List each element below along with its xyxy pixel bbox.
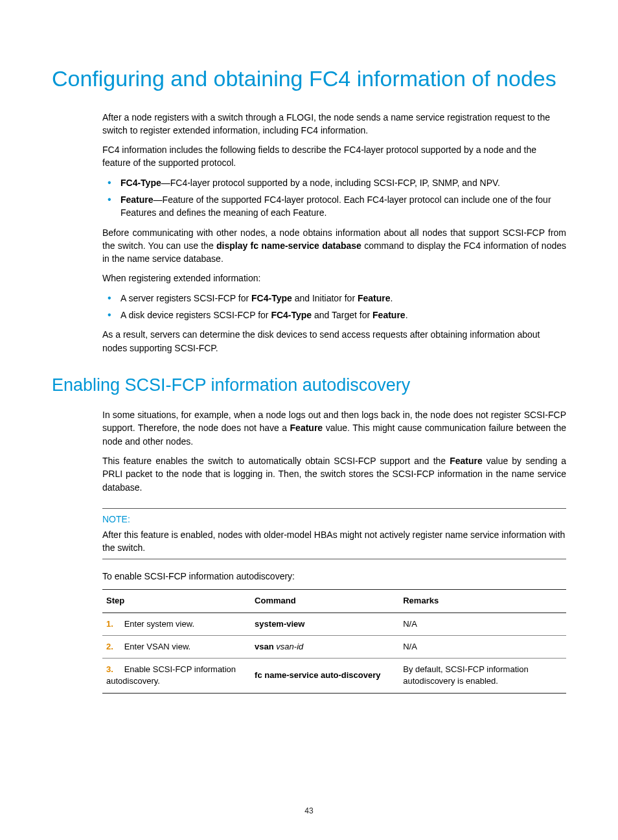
remarks-cell: By default, SCSI-FCP information autodis… [399, 659, 566, 693]
field-text: —FC4-layer protocol supported by a node,… [161, 178, 500, 188]
paragraph: To enable SCSI-FCP information autodisco… [102, 570, 566, 583]
page-number: 43 [0, 806, 618, 815]
paragraph: Before communicating with other nodes, a… [102, 226, 566, 266]
text: . [406, 310, 408, 320]
text: This feature enables the switch to autom… [102, 456, 450, 466]
step-cell: 3. Enable SCSI-FCP information autodisco… [102, 659, 251, 693]
table-row: 3. Enable SCSI-FCP information autodisco… [102, 659, 566, 693]
section-heading: Enabling SCSI-FCP information autodiscov… [52, 374, 566, 397]
paragraph: In some situations, for example, when a … [102, 408, 566, 448]
remarks-cell: N/A [399, 636, 566, 659]
column-header-command: Command [251, 590, 399, 613]
step-text: Enter VSAN view. [124, 642, 191, 651]
paragraph: FC4 information includes the following f… [102, 143, 566, 170]
feature-label: Feature [450, 456, 483, 466]
table-header-row: Step Command Remarks [102, 590, 566, 613]
intro-section: After a node registers with a switch thr… [102, 111, 566, 355]
step-cell: 1. Enter system view. [102, 612, 251, 635]
step-number: 2. [106, 641, 122, 653]
note-separator-bottom [102, 559, 566, 559]
command-italic: vsan-id [274, 642, 304, 651]
step-text: Enable SCSI-FCP information autodiscover… [106, 664, 236, 686]
list-item: FC4-Type—FC4-layer protocol supported by… [102, 176, 566, 189]
registration-list: A server registers SCSI-FCP for FC4-Type… [102, 292, 566, 322]
list-item: Feature—Feature of the supported FC4-lay… [102, 193, 566, 220]
note-label: NOTE: [102, 513, 566, 526]
field-list: FC4-Type—FC4-layer protocol supported by… [102, 176, 566, 220]
note-body: After this feature is enabled, nodes wit… [102, 528, 566, 555]
command-bold: fc name-service auto-discovery [255, 670, 380, 680]
command-cell: vsan vsan-id [251, 636, 399, 659]
text: and Initiator for [292, 293, 358, 303]
command-name: display fc name-service database [216, 240, 361, 251]
fc4-type-label: FC4-Type [271, 310, 312, 320]
paragraph: As a result, servers can determine the d… [102, 328, 566, 355]
fc4-type-label: FC4-Type [251, 293, 292, 303]
step-text: Enter system view. [124, 619, 194, 629]
table-row: 1. Enter system view. system-view N/A [102, 612, 566, 635]
paragraph: This feature enables the switch to autom… [102, 454, 566, 494]
step-number: 3. [106, 664, 122, 675]
remarks-cell: N/A [399, 612, 566, 635]
list-item: A disk device registers SCSI-FCP for FC4… [102, 309, 566, 321]
column-header-step: Step [102, 590, 251, 613]
field-label: Feature [120, 194, 154, 205]
autodiscovery-section: In some situations, for example, when a … [102, 408, 566, 694]
command-cell: fc name-service auto-discovery [251, 659, 399, 693]
feature-label: Feature [290, 423, 323, 433]
column-header-remarks: Remarks [399, 590, 566, 613]
text: A disk device registers SCSI-FCP for [120, 310, 271, 320]
paragraph: After a node registers with a switch thr… [102, 111, 566, 137]
step-number: 1. [106, 618, 122, 630]
table-row: 2. Enter VSAN view. vsan vsan-id N/A [102, 636, 566, 659]
step-cell: 2. Enter VSAN view. [102, 636, 251, 659]
command-bold: vsan [255, 642, 274, 651]
feature-label: Feature [358, 293, 391, 303]
page-title: Configuring and obtaining FC4 informatio… [52, 65, 566, 93]
paragraph: When registering extended information: [102, 272, 566, 285]
field-label: FC4-Type [120, 178, 161, 188]
document-page: Configuring and obtaining FC4 informatio… [0, 0, 618, 840]
field-text: —Feature of the supported FC4-layer prot… [120, 194, 551, 218]
text: and Target for [312, 310, 372, 320]
command-table: Step Command Remarks 1. Enter system vie… [102, 589, 566, 694]
command-cell: system-view [251, 612, 399, 635]
note-separator-top [102, 508, 566, 509]
text: A server registers SCSI-FCP for [120, 293, 251, 303]
command-bold: system-view [255, 619, 304, 629]
feature-label: Feature [372, 310, 406, 320]
list-item: A server registers SCSI-FCP for FC4-Type… [102, 292, 566, 305]
text: . [391, 293, 393, 303]
